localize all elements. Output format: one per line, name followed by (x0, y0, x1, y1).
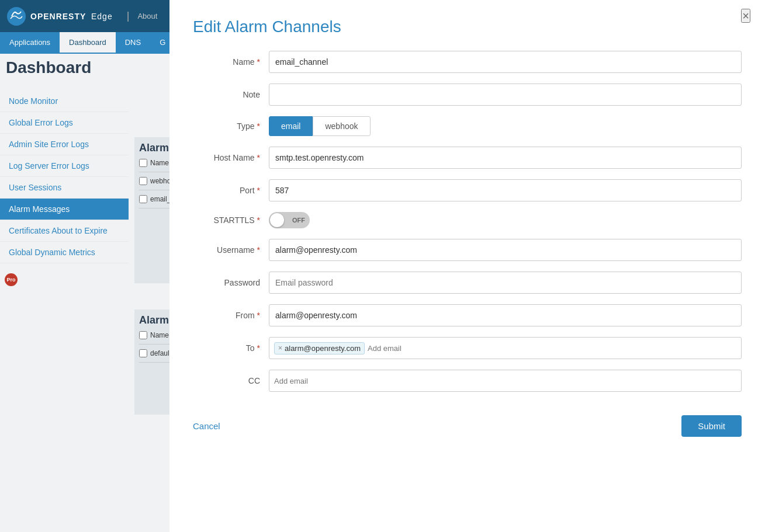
nav-divider: | (127, 10, 130, 22)
starttls-label: STARTTLS * (193, 215, 269, 225)
username-input[interactable] (269, 239, 742, 261)
tab-dashboard[interactable]: Dashboard (60, 32, 116, 54)
sidebar-item-node-monitor[interactable]: Node Monitor (0, 91, 129, 112)
sidebar-item-alarm-messages[interactable]: Alarm Messages (0, 199, 129, 220)
alarm2-row-1-checkbox[interactable] (139, 349, 147, 357)
alarm-row-2-checkbox[interactable] (139, 195, 147, 203)
username-label: Username * (193, 245, 269, 255)
alarm2-header-checkbox[interactable] (139, 331, 147, 339)
type-toggle: email webhook (269, 116, 371, 136)
modal-close-button[interactable]: × (741, 9, 750, 23)
sidebar-item-global-error-logs[interactable]: Global Error Logs (0, 112, 129, 134)
hostname-input[interactable] (269, 147, 742, 169)
from-label: From * (193, 311, 269, 320)
modal-title: Edit Alarm Channels (193, 18, 742, 36)
submit-button[interactable]: Submit (681, 415, 742, 437)
pro-badge: Pro (5, 273, 18, 286)
to-label: To * (193, 343, 269, 353)
alarm-header-checkbox[interactable] (139, 159, 147, 167)
app-subtitle: Edge (91, 12, 113, 21)
about-link[interactable]: About (137, 12, 157, 20)
logo-text: OPENRESTY Edge (30, 12, 113, 21)
starttls-row: STARTTLS * OFF (193, 212, 742, 228)
type-label: Type * (193, 121, 269, 131)
toggle-knob (270, 213, 284, 227)
to-email-tag: × alarm@openresty.com (274, 342, 365, 354)
password-label: Password (193, 278, 269, 287)
type-email-button[interactable]: email (269, 116, 313, 136)
to-email-tag-remove[interactable]: × (278, 344, 282, 352)
cc-row: CC (193, 370, 742, 392)
sidebar-item-global-metrics[interactable]: Global Dynamic Metrics (0, 242, 129, 263)
edit-alarm-modal: × Edit Alarm Channels Name * Note Type *… (169, 0, 765, 532)
alarm2-row-1-text: default (150, 349, 171, 357)
port-row: Port * (193, 179, 742, 201)
hostname-row: Host Name * (193, 147, 742, 169)
cc-tags-container[interactable] (269, 370, 742, 392)
starttls-toggle[interactable]: OFF (269, 212, 310, 228)
hostname-label: Host Name * (193, 153, 269, 162)
toggle-label: OFF (292, 217, 305, 224)
sidebar-item-log-server-error-logs[interactable]: Log Server Error Logs (0, 155, 129, 177)
name-input[interactable] (269, 51, 742, 73)
port-input[interactable] (269, 179, 742, 201)
note-input[interactable] (269, 84, 742, 106)
to-tags-container[interactable]: × alarm@openresty.com (269, 337, 742, 359)
tab-dns[interactable]: DNS (116, 32, 150, 54)
username-row: Username * (193, 239, 742, 261)
cc-label: CC (193, 376, 269, 385)
alarm-row-2-text: email_ (150, 195, 171, 203)
port-label: Port * (193, 186, 269, 195)
app-name: OPENRESTY (30, 12, 86, 21)
type-webhook-button[interactable]: webhook (313, 116, 370, 136)
nav-tabs: Applications Dashboard DNS G (0, 32, 193, 54)
to-email-tag-value: alarm@openresty.com (285, 344, 361, 353)
page-title: Dashboard (6, 58, 91, 77)
sidebar-menu: Node Monitor Global Error Logs Admin Sit… (0, 91, 129, 263)
logo: OPENRESTY Edge (6, 6, 113, 27)
from-row: From * (193, 304, 742, 326)
password-input[interactable] (269, 272, 742, 294)
sidebar-item-user-sessions[interactable]: User Sessions (0, 177, 129, 199)
sidebar-item-certs-expire[interactable]: Certificates About to Expire (0, 220, 129, 242)
cc-add-email-input[interactable] (274, 377, 736, 385)
password-row: Password (193, 272, 742, 294)
tab-applications[interactable]: Applications (0, 32, 60, 54)
note-label: Note (193, 90, 269, 99)
to-add-email-input[interactable] (368, 344, 736, 353)
form-actions: Cancel Submit (193, 409, 742, 437)
name-label: Name * (193, 57, 269, 67)
alarm-row-1-text: webho (150, 177, 171, 185)
to-row: To * × alarm@openresty.com (193, 337, 742, 359)
from-input[interactable] (269, 304, 742, 326)
cancel-button[interactable]: Cancel (193, 421, 220, 431)
top-navbar: OPENRESTY Edge | About (0, 0, 193, 32)
alarm-col-name: Name (150, 159, 169, 167)
name-row: Name * (193, 51, 742, 73)
note-row: Note (193, 84, 742, 106)
alarm2-col-name: Name (150, 331, 169, 339)
sidebar-item-admin-error-logs[interactable]: Admin Site Error Logs (0, 134, 129, 155)
type-row: Type * email webhook (193, 116, 742, 136)
logo-icon (6, 6, 27, 27)
alarm-row-1-checkbox[interactable] (139, 177, 147, 185)
